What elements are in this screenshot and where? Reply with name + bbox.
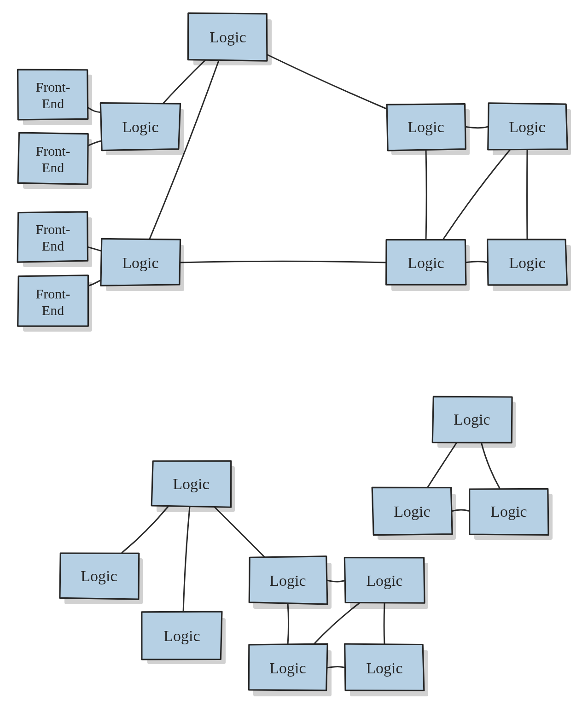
node-label: Logic (408, 254, 444, 271)
edge-m_q1-m_q3 (288, 603, 289, 645)
edge-t_top-t_b (481, 442, 500, 488)
node-m_top[interactable]: Logic (151, 461, 235, 512)
node-label: Logic (509, 118, 545, 135)
node-label: Logic (269, 572, 306, 589)
node-l_r1a[interactable]: Logic (387, 104, 470, 155)
node-m_q4[interactable]: Logic (345, 644, 428, 696)
node-label: Logic (81, 567, 117, 584)
node-m_l[interactable]: Logic (60, 553, 143, 604)
node-label: Logic (269, 660, 306, 677)
node-label: Logic (173, 475, 209, 492)
edge-l_top-l_leftA (163, 60, 206, 104)
node-label: Logic (490, 503, 527, 520)
node-l_r1b[interactable]: Logic (488, 103, 571, 155)
node-m_q2[interactable]: Logic (344, 558, 428, 609)
node-t_top[interactable]: Logic (432, 397, 516, 448)
node-label: Logic (509, 254, 545, 271)
node-label-line1: Front- (36, 143, 70, 158)
node-fe2[interactable]: Front-End (18, 133, 92, 189)
node-label: Logic (366, 660, 402, 677)
node-label: Logic (163, 627, 200, 644)
node-label-line1: Front- (36, 222, 70, 237)
node-label-line2: End (42, 238, 64, 253)
node-l_top[interactable]: Logic (188, 13, 272, 65)
node-label: Logic (210, 29, 246, 46)
node-label-line1: Front- (36, 286, 70, 301)
node-t_b[interactable]: Logic (470, 489, 553, 540)
nodes-layer: Front-EndFront-EndFront-EndFront-EndLogi… (17, 13, 571, 696)
node-label-line2: End (42, 303, 64, 318)
diagram-canvas: Front-EndFront-EndFront-EndFront-EndLogi… (0, 0, 588, 724)
node-fe1[interactable]: Front-End (18, 70, 92, 125)
node-l_r2b[interactable]: Logic (488, 239, 571, 291)
edge-t_top-t_a (427, 442, 457, 488)
edge-m_q2-m_q4 (384, 603, 384, 645)
node-m_q3[interactable]: Logic (249, 644, 332, 696)
edge-l_top-l_r1a (267, 55, 387, 109)
node-box (18, 70, 88, 120)
edge-m_q2-m_q3 (313, 603, 359, 645)
node-box (17, 212, 87, 262)
node-label-line2: End (42, 160, 64, 175)
node-l_r2a[interactable]: Logic (386, 240, 470, 291)
node-label: Logic (454, 411, 490, 428)
edge-m_top-m_l (122, 507, 168, 553)
edge-m_top-m_q1 (214, 507, 265, 557)
edge-m_top-m_low (183, 507, 190, 613)
node-label-line1: Front- (36, 79, 70, 94)
node-label: Logic (408, 118, 444, 135)
node-box (18, 133, 88, 184)
node-fe4[interactable]: Front-End (18, 275, 92, 332)
node-l_leftB[interactable]: Logic (101, 239, 184, 291)
node-label: Logic (122, 118, 158, 135)
edge-l_leftB-l_r2a (180, 261, 387, 263)
node-label: Logic (122, 254, 158, 271)
node-m_q1[interactable]: Logic (249, 556, 332, 609)
edge-l_r1a-l_r2a (426, 150, 426, 239)
node-fe3[interactable]: Front-End (17, 212, 92, 267)
node-t_a[interactable]: Logic (372, 487, 456, 540)
node-label-line2: End (42, 96, 64, 111)
node-l_leftA[interactable]: Logic (100, 103, 184, 155)
edge-l_r1b-l_r2a (443, 150, 510, 239)
node-m_low[interactable]: Logic (142, 612, 226, 664)
node-label: Logic (366, 572, 402, 589)
node-label: Logic (394, 503, 430, 520)
